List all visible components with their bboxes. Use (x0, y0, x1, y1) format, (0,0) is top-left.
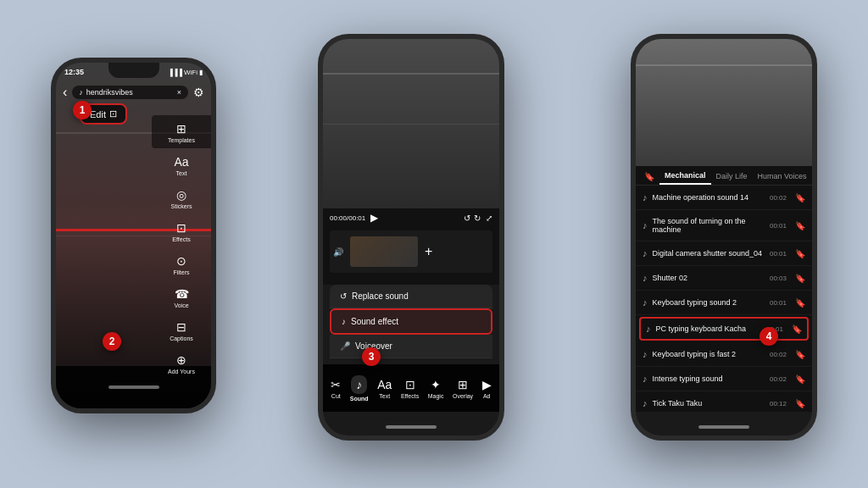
edit-icon: ⊡ (109, 108, 117, 119)
text-icon: Aa (174, 155, 188, 169)
ad-label: Ad (483, 393, 491, 399)
fullscreen-icon[interactable]: ⤢ (486, 214, 492, 223)
sound-icon: ♪ (356, 378, 362, 391)
templates-icon: ⊞ (176, 122, 186, 136)
sound-item-6[interactable]: ♪ PC typing keyboard Kacha 00:01 🔖 (639, 317, 809, 341)
menu-item-stickers[interactable]: ◎ Stickers (152, 181, 211, 214)
sound-bookmark-9[interactable]: 🔖 (795, 399, 805, 408)
redo-icon[interactable]: ↻ (474, 214, 481, 223)
undo-icon[interactable]: ↺ (464, 214, 470, 223)
sound-item-9[interactable]: ♪ Tick Taku Taku 00:12 🔖 (636, 391, 812, 412)
sound-duration-7: 00:02 (770, 351, 787, 358)
sound-item-8[interactable]: ♪ Intense typing sound 00:02 🔖 (636, 367, 812, 391)
captions-label: Captions (170, 336, 193, 341)
sound-bookmark-7[interactable]: 🔖 (795, 350, 805, 359)
tab-mechanical[interactable]: Mechanical (659, 171, 711, 185)
voiceover-item[interactable]: 🎤 Voiceover (330, 335, 492, 358)
sound-bookmark-4[interactable]: 🔖 (795, 274, 805, 283)
sound-note-icon-6: ♪ (646, 324, 651, 334)
sound-duration-4: 00:03 (770, 274, 787, 282)
replace-sound-label: Replace sound (352, 291, 409, 301)
home-indicator-left (108, 385, 159, 389)
tab-daily-life[interactable]: Daily Life (711, 172, 753, 184)
sound-bookmark-2[interactable]: 🔖 (795, 221, 805, 230)
sound-name-9: Tick Taku Taku (653, 399, 765, 408)
tool-ad[interactable]: ▶ Ad (482, 378, 492, 399)
tab-human-voices[interactable]: Human Voices (753, 172, 812, 184)
sound-item-2[interactable]: ♪ The sound of turning on the machine 00… (636, 210, 812, 241)
effects-tool-label: Effects (401, 393, 419, 399)
effects-label: Effects (172, 236, 190, 242)
sound-note-icon-4: ♪ (643, 273, 648, 283)
battery-icon: ▮ (199, 69, 203, 76)
overlay-icon: ⊞ (458, 378, 468, 391)
text-tool-icon: Aa (377, 378, 392, 391)
voice-icon: ☎ (175, 287, 189, 301)
time-display-left: 12:35 (64, 68, 84, 76)
sound-item-5[interactable]: ♪ Keyboard typing sound 2 00:01 🔖 (636, 291, 812, 315)
sound-note-icon-3: ♪ (643, 248, 648, 258)
stickers-icon: ◎ (176, 188, 186, 202)
replace-sound-item[interactable]: ↺ Replace sound (330, 285, 492, 308)
sound-item-4[interactable]: ♪ Shutter 02 00:03 🔖 (636, 266, 812, 291)
filters-label: Filters (173, 269, 189, 275)
sound-note-icon-8: ♪ (643, 374, 648, 384)
timeline-area: 00:00/00:01 ▶ ↺ ↻ ⤢ 🔊 + (323, 208, 499, 285)
music-note-icon: ♪ (79, 88, 83, 97)
signal-icon: ▐▐▐ (168, 69, 182, 76)
tool-overlay[interactable]: ⊞ Overlay (453, 378, 473, 399)
sound-duration-8: 00:02 (770, 375, 787, 383)
overlay-menu: ↺ Replace sound ♪ Sound effect 🎤 Voiceov… (330, 285, 492, 358)
wifi-icon: WiFi (184, 69, 198, 76)
ad-icon: ▶ (482, 378, 492, 391)
tool-text[interactable]: Aa Text (377, 378, 392, 399)
sound-bookmark-3[interactable]: 🔖 (795, 249, 805, 258)
step-badge-4: 4 (760, 327, 778, 346)
sound-name-4: Shutter 02 (653, 274, 765, 282)
sound-item-1[interactable]: ♪ Machine operation sound 14 00:02 🔖 (636, 186, 812, 210)
tool-sound[interactable]: ♪ Sound (350, 375, 369, 402)
add-clip-button[interactable]: + (425, 244, 432, 259)
step-badge-1: 1 (73, 101, 92, 119)
volume-icon[interactable]: 🔊 (333, 247, 343, 257)
menu-item-addyours[interactable]: ⊕ Add Yours (152, 347, 211, 380)
tool-cut[interactable]: ✂ Cut (331, 378, 341, 399)
phone-right: 🔖 Mechanical Daily Life Human Voices Amu… (631, 34, 817, 441)
magic-label: Magic (428, 393, 444, 399)
effects-icon: ⊡ (176, 221, 186, 235)
sound-name-5: Keyboard typing sound 2 (653, 298, 765, 307)
text-label: Text (176, 170, 187, 176)
menu-item-templates[interactable]: ⊞ Templates (152, 115, 211, 148)
play-button[interactable]: ▶ (370, 212, 378, 224)
sound-effect-label: Sound effect (351, 317, 398, 326)
sound-duration-2: 00:01 (770, 222, 787, 230)
text-tool-label: Text (379, 393, 390, 399)
sound-name-2: The sound of turning on the machine (653, 217, 765, 234)
menu-item-filters[interactable]: ⊙ Filters (152, 247, 211, 280)
menu-item-effects[interactable]: ⊡ Effects (152, 214, 211, 247)
menu-item-voice[interactable]: ☎ Voice (152, 280, 211, 313)
sound-note-icon-7: ♪ (643, 349, 648, 359)
back-arrow-icon[interactable]: ‹ (63, 85, 67, 100)
tool-effects[interactable]: ⊡ Effects (401, 378, 419, 399)
content-area-right: 🔖 Mechanical Daily Life Human Voices Amu… (636, 166, 812, 412)
sound-bookmark-5[interactable]: 🔖 (795, 298, 805, 308)
status-icons-left: ▐▐▐ WiFi ▮ (168, 69, 203, 76)
sound-bookmark-1[interactable]: 🔖 (795, 193, 805, 202)
timeline-track: 🔊 + (330, 230, 492, 273)
sound-bookmark-8[interactable]: 🔖 (795, 374, 805, 384)
sound-item-3[interactable]: ♪ Digital camera shutter sound_04 00:01 … (636, 241, 812, 266)
sound-bookmark-6[interactable]: 🔖 (792, 324, 802, 334)
bookmark-icon[interactable]: 🔖 (639, 172, 659, 185)
video-clip[interactable] (350, 236, 418, 267)
sound-note-icon-1: ♪ (643, 192, 648, 202)
menu-item-captions[interactable]: ⊟ Captions (152, 313, 211, 347)
menu-item-text[interactable]: Aa Text (152, 148, 211, 181)
sound-effect-item[interactable]: ♪ Sound effect (330, 308, 492, 335)
sound-note-icon-9: ♪ (643, 398, 648, 408)
sound-note-icon-5: ♪ (643, 297, 648, 308)
home-indicator-right (698, 425, 749, 429)
phone-left: 12:35 ▐▐▐ WiFi ▮ ‹ ♪ hendriksvibes × ⚙ E… (51, 58, 216, 413)
tool-magic[interactable]: ✦ Magic (428, 378, 444, 399)
sound-item-7[interactable]: ♪ Keyboard typing is fast 2 00:02 🔖 (636, 342, 812, 367)
